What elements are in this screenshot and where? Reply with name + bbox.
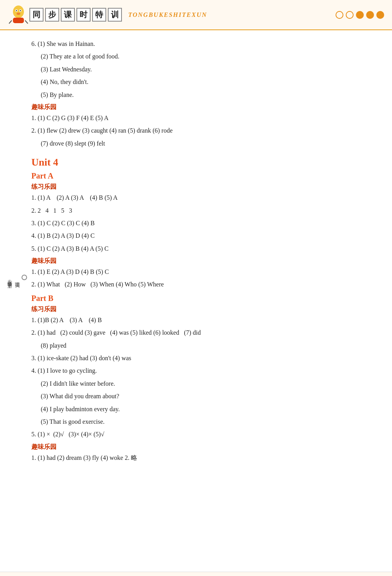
partB-lianxi-line2: 2. (1) had (2) could (3) gave (4) was (5… <box>31 327 368 339</box>
unit4-title: Unit 4 <box>31 157 368 168</box>
header-title-cn: 同 步 课 时 特 训 <box>29 8 122 22</box>
partB-lianxi-line2b: (8) played <box>41 340 368 352</box>
main-content: 6. (1) She was in Hainan. (2) They ate a… <box>0 30 392 572</box>
header-circle-4 <box>366 11 374 19</box>
partA-quwei-title: 趣味乐园 <box>31 257 368 265</box>
section6-line1: 6. (1) She was in Hainan. <box>31 38 368 50</box>
side-circle-icon <box>22 275 27 280</box>
header-circle-3 <box>356 11 364 19</box>
title-cn-part1: 同 <box>29 8 44 22</box>
partA-lianxi-title: 练习乐园 <box>31 183 368 191</box>
partB-lianxi-line4b: (2) I didn't like winter before. <box>41 378 368 390</box>
header-title-en: TONGBUKESHITEXUN <box>128 11 207 18</box>
partB-lianxi-title: 练习乐园 <box>31 305 368 314</box>
s6-item5: (5) By plane. <box>41 91 74 98</box>
partB-lianxi-line5: 5. (1) × (2)√ (3)× (4)× (5)√ <box>31 428 368 440</box>
title-cn-part3: 课 <box>61 8 75 22</box>
partA-quwei-line2: 2. (1) What (2) How (3) When (4) Who (5)… <box>31 279 368 290</box>
svg-line-8 <box>25 20 28 24</box>
footer: 68 答案君 MXQE.COM <box>0 572 392 576</box>
svg-point-3 <box>16 10 17 11</box>
section6-line3: (3) Last Wednesday. <box>41 64 368 75</box>
partA-lianxi-line4: 4. (1) B (2) A (3) D (4) C <box>31 230 368 242</box>
header-circles <box>336 11 384 19</box>
header-logo <box>8 4 29 26</box>
header-circle-1 <box>336 11 343 19</box>
partA-title: Part A <box>31 171 368 180</box>
title-cn-part2: 步 <box>45 8 59 22</box>
title-cn-part6: 训 <box>108 8 122 22</box>
title-cn-part4: 时 <box>76 8 91 22</box>
header: 同 步 课 时 特 训 TONGBUKESHITEXUN <box>0 0 392 30</box>
s6-item4: (4) No, they didn't. <box>41 78 89 85</box>
side-label: 英语 六年级（下册） <box>6 275 27 282</box>
partB-title: Part B <box>31 294 368 303</box>
partA-lianxi-line3: 3. (1) C (2) C (3) C (4) B <box>31 217 368 229</box>
section6-line4: (4) No, they didn't. <box>41 76 368 88</box>
partB-lianxi-line4e: (5) That is good exercise. <box>41 416 368 428</box>
svg-line-7 <box>9 20 12 24</box>
partB-quwei-title: 趣味乐园 <box>31 443 368 451</box>
partB-lianxi-line4a: 4. (1) I love to go cycling. <box>31 365 368 377</box>
svg-point-0 <box>13 5 24 18</box>
section6-line2: (2) They ate a lot of good food. <box>41 51 368 62</box>
quwei1-line2: 2. (1) flew (2) drew (3) caught (4) ran … <box>31 125 368 137</box>
partA-lianxi-line2: 2. 2 4 1 5 3 <box>31 205 368 217</box>
s6-item1: 6. (1) She was in Hainan. <box>31 40 95 47</box>
partB-lianxi-line4c: (3) What did you dream about? <box>41 390 368 402</box>
partB-lianxi-line3: 3. (1) ice-skate (2) had (3) don't (4) w… <box>31 352 368 364</box>
partB-quwei-line1: 1. (1) had (2) dream (3) fly (4) woke 2.… <box>31 452 368 464</box>
quwei1-line2b: (7) drove (8) slept (9) felt <box>41 138 368 149</box>
s6-item3: (3) Last Wednesday. <box>41 66 92 73</box>
quwei1-line1: 1. (1) C (2) G (3) F (4) E (5) A <box>31 112 368 124</box>
section6-line5: (5) By plane. <box>41 89 368 101</box>
svg-point-4 <box>20 10 21 11</box>
svg-point-5 <box>16 13 20 15</box>
partA-quwei-line1: 1. (1) E (2) A (3) D (4) B (5) C <box>31 266 368 278</box>
quwei1-title: 趣味乐园 <box>31 103 368 111</box>
partB-lianxi-line1: 1. (1)B (2) A (3) A (4) B <box>31 314 368 326</box>
title-cn-part5: 特 <box>92 8 106 22</box>
header-circle-5 <box>376 11 384 19</box>
partA-lianxi-line1: 1. (1) A (2) A (3) A (4) B (5) A <box>31 192 368 204</box>
partA-lianxi-line5: 5. (1) C (2) A (3) B (4) A (5) C <box>31 243 368 255</box>
header-circle-2 <box>346 11 354 19</box>
s6-item2: (2) They ate a lot of good food. <box>41 53 120 60</box>
svg-rect-6 <box>13 18 24 23</box>
partB-lianxi-line4d: (4) I play badminton every day. <box>41 403 368 415</box>
side-grade: 六年级（下册） <box>6 276 13 282</box>
logo-character-icon <box>8 4 29 26</box>
